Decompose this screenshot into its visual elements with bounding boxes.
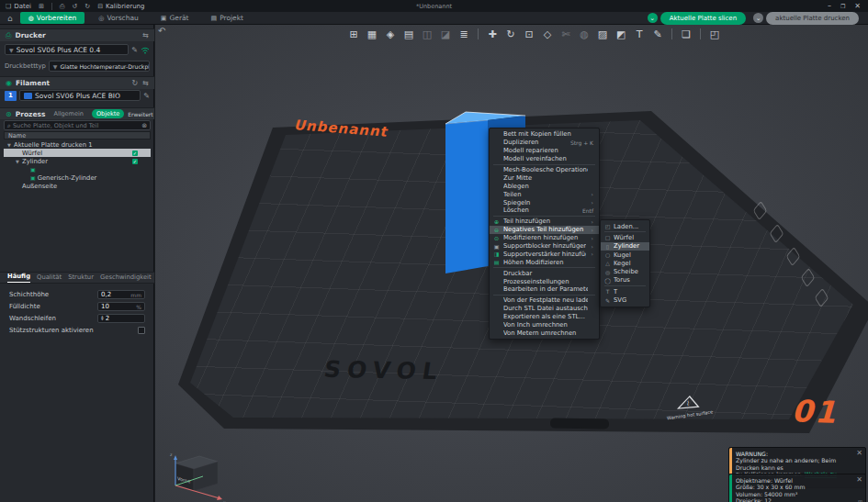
object-tree-row[interactable]: ▼ ▣ Generisch-Zylinder ✓ <box>4 173 151 182</box>
context-menu-item[interactable]: Bett mit Kopien füllen <box>490 130 599 139</box>
undo-icon[interactable]: ↺ <box>72 3 77 10</box>
filament-preset-select[interactable]: Sovol SV06 Plus ACE BIO <box>19 90 141 101</box>
cut-icon[interactable]: ✄ <box>558 27 573 41</box>
context-menu-item[interactable]: Durch STL Datei austauschen <box>490 305 599 313</box>
close-icon[interactable]: ✕ <box>856 476 862 483</box>
param-tab[interactable]: Qualität <box>37 273 62 283</box>
context-menu-item[interactable]: Duplizieren Strg + K <box>490 139 599 147</box>
grid-icon[interactable]: ⊞ <box>39 3 44 10</box>
tab-projekt[interactable]: ▤ Projekt <box>203 12 253 24</box>
print-options-chevron-icon[interactable]: ⌄ <box>753 13 763 23</box>
filament-slot-badge[interactable]: 1 <box>5 91 17 101</box>
clear-search-icon[interactable]: ⊗ <box>141 122 147 129</box>
auto-orient-icon[interactable]: ◈ <box>383 27 398 41</box>
refresh-filament-icon[interactable]: ↻ <box>132 79 139 87</box>
slice-plate-button[interactable]: Aktuelle Platte slicen <box>660 12 746 25</box>
object-tree-row[interactable]: ▼ Aktuelle Platte drucken 1 ✓ <box>4 140 151 149</box>
context-menu-item[interactable]: Zur Mitte <box>490 173 599 182</box>
context-menu-item[interactable]: Mesh-Boolesche Operationen <box>490 166 599 174</box>
close-icon[interactable]: ✕ <box>856 450 862 456</box>
context-menu-item[interactable]: Ablegen <box>490 182 599 190</box>
object-tree-row[interactable]: ▼ Würfel ✓ <box>4 149 151 157</box>
preset-sync-icon[interactable]: ⇆ <box>142 31 149 39</box>
context-menu-item[interactable]: Von der Festplatte neu laden <box>490 296 599 305</box>
maximize-button[interactable]: ❐ <box>840 3 845 9</box>
arrange-icon[interactable]: ▤ <box>401 27 416 41</box>
svg-tool-icon[interactable]: ✎ <box>650 27 665 41</box>
text-tool-icon[interactable]: T <box>632 27 647 41</box>
context-menu-item[interactable]: Druckbar <box>490 269 599 277</box>
navigation-cube[interactable]: Vorne z x <box>163 449 231 502</box>
filament-sync-icon[interactable]: ⇆ <box>142 79 149 87</box>
wifi-icon[interactable] <box>141 46 150 54</box>
submenu-item[interactable]: ▯ Zylinder <box>601 242 649 251</box>
print-plate-button[interactable]: aktuelle Platte drucken <box>766 12 859 25</box>
supports-checkbox[interactable] <box>138 327 145 334</box>
context-menu-item[interactable]: Teilen › <box>490 190 599 198</box>
context-menu-item[interactable]: ⊖ Negatives Teil hinzufügen › <box>490 226 599 234</box>
seam-paint-icon[interactable]: ◩ <box>614 27 628 41</box>
stepper-icons[interactable]: ▲▼ <box>101 316 104 322</box>
context-menu-item[interactable]: Prozesseinstellungen <box>490 277 599 285</box>
submenu-item[interactable]: △ Kegel <box>601 259 649 267</box>
calibration-menu[interactable]: ⊟ Kalibrierung <box>97 3 144 10</box>
layers-icon[interactable]: ≣ <box>457 27 471 41</box>
home-icon[interactable]: ⌂ <box>0 14 20 23</box>
mesh-boolean-icon[interactable]: ◍ <box>577 27 592 41</box>
object-tree-row[interactable]: ▼ Außenseite ✓ <box>4 182 151 190</box>
context-menu-item[interactable]: Modell reparieren <box>490 147 599 155</box>
slice-options-chevron-icon[interactable]: ⌄ <box>648 13 658 23</box>
submenu-item[interactable]: ◯ Torus <box>601 276 649 284</box>
expand-icon[interactable]: ⊞ <box>858 498 862 502</box>
infill-input[interactable] <box>101 303 134 310</box>
tree-caret-icon[interactable]: ▼ <box>16 159 20 164</box>
tab-geraet[interactable]: ▣ Gerät <box>152 12 197 24</box>
file-menu[interactable]: ❏ Datei <box>6 3 31 10</box>
bed-type-select[interactable]: ▼ Glatte Hochtemperatur-Druckplatte <box>49 61 150 72</box>
split-parts-icon[interactable]: ◪ <box>438 27 453 41</box>
context-menu-item[interactable]: Von Inch umrechnen <box>490 321 599 329</box>
back-arrow-icon[interactable]: ↶ <box>158 26 165 36</box>
close-button[interactable]: ✕ <box>854 2 861 10</box>
param-tab[interactable]: Geschwindigkeit <box>100 273 152 283</box>
context-menu-item[interactable]: ▤ Höhen Modifizieren <box>490 258 599 266</box>
tab-vorbereiten[interactable]: ◍ Vorbereiten <box>20 12 85 24</box>
object-tree-row[interactable]: ▼ ▣ ✓ <box>4 165 151 173</box>
context-menu-item[interactable]: Bearbeiten in der Parametertabelle <box>490 285 599 294</box>
support-paint-icon[interactable]: ▨ <box>595 27 610 41</box>
assembly-view-icon[interactable]: ◰ <box>707 27 722 41</box>
visibility-checkbox[interactable]: ✓ <box>132 151 139 157</box>
scale-icon[interactable]: ⊡ <box>522 27 536 41</box>
flatten-icon[interactable]: ◇ <box>540 27 555 41</box>
submenu-item[interactable]: T T <box>601 287 649 296</box>
param-tab[interactable]: Struktur <box>68 273 94 283</box>
printer-icon[interactable]: ⎙ <box>60 3 65 10</box>
edit-printer-icon[interactable]: ✎ <box>131 46 138 54</box>
context-menu-item[interactable]: Von Metern umrechnen <box>490 329 599 337</box>
tab-allgemein[interactable]: Allgemein <box>49 109 87 118</box>
tab-vorschau[interactable]: ◎ Vorschau <box>90 12 146 24</box>
tab-objekte[interactable]: Objekte <box>92 109 124 118</box>
object-tree-row[interactable]: ▼ Zylinder ✓ <box>4 157 151 165</box>
context-menu-item[interactable]: ⊙ Modifizieren hinzufügen › <box>490 234 599 242</box>
redo-icon[interactable]: ↻ <box>85 3 90 10</box>
viewport-3d[interactable]: ↶ Unbenannt SOVOL 01 ⌇ Warning hot surfa… <box>155 25 868 502</box>
submenu-item[interactable]: ◰ Laden... <box>601 222 649 230</box>
wall-loops-input[interactable] <box>106 315 141 322</box>
split-objects-icon[interactable]: ◫ <box>420 27 434 41</box>
context-menu-item[interactable]: Modell vereinfachen <box>490 155 599 163</box>
tree-caret-icon[interactable]: ▼ <box>7 142 12 148</box>
context-menu-item[interactable]: ◨ Supportverstärker hinzufügen › <box>490 250 599 258</box>
context-menu-item[interactable]: Löschen Entf <box>490 206 599 215</box>
submenu-item[interactable]: ◎ Scheibe <box>601 267 649 275</box>
param-tab[interactable]: Häufig <box>7 273 30 283</box>
edit-filament-icon[interactable]: ✎ <box>143 92 150 100</box>
submenu-item[interactable]: ▢ Würfel <box>601 233 649 241</box>
add-plate-icon[interactable]: ▦ <box>365 27 379 41</box>
context-menu-item[interactable]: Exportieren als eine STL... <box>490 313 599 321</box>
context-menu-item[interactable]: ⊕ Teil hinzufügen › <box>490 218 599 226</box>
move-icon[interactable]: ✚ <box>485 27 500 41</box>
fit-view-icon[interactable]: ❏ <box>679 27 693 41</box>
printer-preset-select[interactable]: ▼ Sovol SV06 Plus ACE 0.4 <box>5 44 129 55</box>
search-input[interactable] <box>13 122 140 129</box>
